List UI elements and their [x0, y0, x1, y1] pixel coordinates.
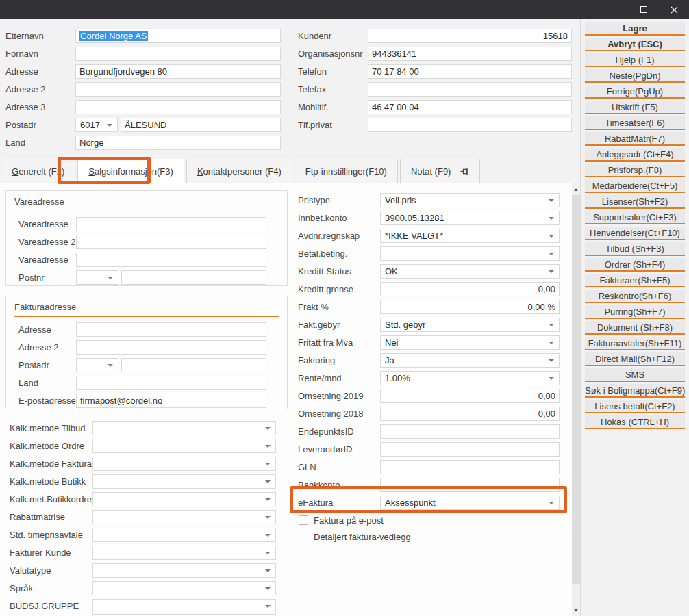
avdnr-regnskap-combo[interactable]: *IKKE VALGT* [380, 229, 560, 243]
sidebar-button-hokas-ctrl-h[interactable]: Hokas (CTRL+H) [585, 415, 685, 429]
innbet-konto-combo[interactable]: 3900.05.13281 [380, 211, 560, 225]
vareadresse-input[interactable] [76, 217, 266, 231]
sidebar-button-lagre[interactable]: Lagre [585, 22, 685, 36]
pristype-combo[interactable]: Veil.pris [380, 193, 560, 207]
betal-beting-combo[interactable] [380, 246, 560, 261]
etternavn-input[interactable]: Cordel Norge AS [75, 29, 281, 43]
tab-kontaktpersoner-f4[interactable]: Kontaktpersoner (F4) [186, 159, 292, 183]
sidebar-button-dokument-sh-f8[interactable]: Dokument (Sh+F8) [585, 321, 685, 335]
vareadresse-input[interactable] [76, 253, 266, 267]
budsj-gruppe-combo[interactable] [92, 599, 276, 613]
fritatt-fra-mva-combo[interactable]: Nei [380, 335, 560, 350]
sidebar-button-søk-i-boligmappa-ct-f9[interactable]: Søk i Boligmappa(Ct+F9) [585, 384, 685, 398]
std-timeprisavtale-combo[interactable] [92, 528, 276, 542]
field-row-faktoring: FaktoringJa [298, 353, 560, 368]
kalk-metode-tilbud-combo[interactable] [92, 421, 276, 435]
postadr-input[interactable]: ÅLESUND [121, 118, 281, 132]
tab-ftp-innstillinger-f10[interactable]: Ftp-innstillinger(F10) [295, 159, 398, 183]
postnr-input[interactable] [121, 270, 266, 285]
sidebar-button-rabattmatr-f7[interactable]: RabattMatr(F7) [585, 132, 685, 146]
sidebar-button-ordrer-sh-f4[interactable]: Ordrer (Sh+F4) [585, 258, 685, 272]
sidebar-button-reskontro-sh-f6[interactable]: Reskontro(Sh+F6) [585, 290, 685, 303]
leverandørid-input[interactable] [380, 442, 560, 457]
kreditt-grense-input[interactable]: 0,00 [380, 282, 560, 296]
telefon-input[interactable]: 70 17 84 00 [368, 64, 572, 79]
fornavn-input[interactable] [75, 47, 281, 61]
valutatype-combo[interactable] [92, 563, 276, 578]
sidebar-button-sms[interactable]: SMS [585, 368, 685, 382]
tab-notat-f9[interactable]: Notat (F9) [400, 159, 481, 183]
postadr-combo[interactable] [76, 358, 118, 372]
adresse-3-input[interactable] [75, 100, 281, 114]
vareadresse-2-input[interactable] [76, 235, 266, 249]
kalk-met-butikkordre-combo[interactable] [92, 492, 276, 506]
adresse-2-input[interactable] [76, 340, 266, 355]
gln-input[interactable] [380, 460, 560, 474]
e-postadresse-input[interactable]: firmapost@cordel.no [76, 394, 266, 408]
kalk-metode-faktura-combo[interactable] [92, 457, 276, 471]
tab-salgsinformasjon-f3[interactable]: Salgsinformasjon(F3) [77, 159, 184, 183]
sidebar-button-tilbud-sh-f3[interactable]: Tilbud (Sh+F3) [585, 242, 685, 256]
sidebar-button-lisens-betalt-ct-f2[interactable]: Lisens betalt(Ct+F2) [585, 400, 685, 413]
checkbox-row-faktura-på-e-post: Faktura på e-post [299, 515, 559, 526]
sidebar-button-avbryt-esc[interactable]: Avbryt (ESC) [585, 38, 685, 51]
efaktura-combo[interactable]: Aksesspunkt [380, 496, 560, 510]
tlf-privat-input[interactable] [368, 118, 572, 132]
organisasjonsnr-input[interactable]: 944336141 [368, 47, 572, 61]
sidebar-button-forrige-pgup[interactable]: Forrige(PgUp) [585, 85, 685, 99]
kundenr-input[interactable]: 15618 [368, 29, 572, 43]
sidebar-button-prisforsp-f8[interactable]: Prisforsp.(F8) [585, 164, 685, 177]
rente-mnd-combo[interactable]: 1.00% [380, 371, 560, 385]
faktoring-combo[interactable]: Ja [380, 353, 560, 368]
postnr-combo[interactable] [76, 270, 118, 285]
kalk-metode-ordre-combo[interactable] [92, 439, 276, 453]
field-row-efaktura: eFakturaAksesspunkt [298, 496, 560, 510]
sidebar-button-supportsaker-ct-f3[interactable]: Supportsaker(Ct+F3) [585, 211, 685, 224]
adresse-2-label: Adresse 2 [18, 342, 76, 352]
omsetning-2018-input[interactable]: 0,00 [380, 407, 560, 421]
scrollbar-thumb[interactable] [572, 195, 580, 584]
scroll-up-button[interactable] [572, 183, 580, 195]
sidebar-button-direct-mail-sh-f12[interactable]: Direct Mail(Sh+F12) [585, 352, 685, 366]
fakturer-kunde-combo[interactable] [92, 546, 276, 560]
adresse-input[interactable] [76, 322, 266, 337]
close-button[interactable] [659, 0, 689, 19]
maximize-button[interactable] [629, 0, 659, 19]
sidebar-button-fakturaer-sh-f5[interactable]: Fakturaer(Sh+F5) [585, 274, 685, 287]
sidebar-button-lisenser-sh-f2[interactable]: Lisenser(Sh+F2) [585, 195, 685, 209]
sidebar-button-fakturaavtaler-sh-f11[interactable]: Fakturaavtaler(Sh+F11) [585, 337, 685, 350]
land-input[interactable]: Norge [75, 136, 281, 150]
adresse-input[interactable]: Borgundfjordvegen 80 [75, 64, 281, 79]
mobiltlf-label: Mobiltlf. [298, 102, 368, 112]
pin-icon[interactable] [460, 167, 469, 176]
checkbox-detaljert-faktura-vedlegg[interactable] [299, 532, 308, 541]
bankkonto-input[interactable] [380, 478, 560, 492]
sidebar-button-henvendelser-ct-f10[interactable]: Henvendelser(Ct+F10) [585, 227, 685, 240]
checkbox-faktura-på-e-post[interactable] [299, 515, 308, 525]
sidebar-button-neste-pgdn[interactable]: Neste(PgDn) [585, 69, 685, 83]
kreditt-status-combo[interactable]: OK [380, 264, 560, 279]
kalk-metode-butikk-combo[interactable] [92, 474, 276, 489]
scroll-down-button[interactable] [572, 604, 580, 616]
telefax-input[interactable] [368, 82, 572, 97]
frakt-%-input[interactable]: 0,00 % [380, 300, 560, 314]
omsetning-2019-input[interactable]: 0,00 [380, 389, 560, 403]
språk-combo[interactable] [92, 581, 276, 595]
land-input[interactable] [76, 376, 266, 390]
mobiltlf-input[interactable]: 46 47 00 04 [368, 100, 572, 114]
sidebar-button-hjelp-f1[interactable]: Hjelp (F1) [585, 53, 685, 67]
adresse-2-input[interactable] [75, 82, 281, 97]
sidebar-button-timesatser-f6[interactable]: Timesatser(F6) [585, 116, 685, 130]
field-row-omsetning-2019: Omsetning 20190,00 [298, 389, 560, 403]
sidebar-button-medarbeidere-ct-f5[interactable]: Medarbeidere(Ct+F5) [585, 179, 685, 193]
rabattmatrise-combo[interactable] [92, 510, 276, 524]
minimize-button[interactable] [599, 0, 629, 19]
postadr-input[interactable] [121, 358, 266, 372]
endepunktsid-input[interactable] [380, 424, 560, 439]
tab-generelt-f2[interactable]: Generelt (F2) [1, 159, 75, 183]
sidebar-button-anleggsadr-ct-f4[interactable]: Anleggsadr.(Ct+F4) [585, 148, 685, 162]
postadr-combo[interactable]: 6017 [75, 118, 118, 132]
sidebar-button-utskrift-f5[interactable]: Utskrift (F5) [585, 101, 685, 114]
fakt-gebyr-combo[interactable]: Std. gebyr [380, 318, 560, 332]
sidebar-button-purring-sh-f7[interactable]: Purring(Sh+F7) [585, 305, 685, 319]
